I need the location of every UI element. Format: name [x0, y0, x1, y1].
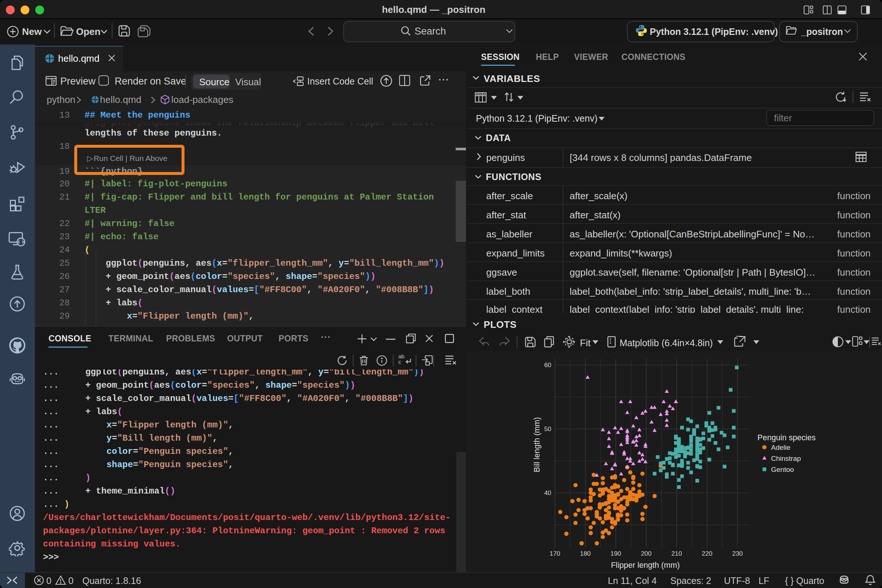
svg-text:190: 190 [610, 550, 621, 557]
svg-text:Adelie: Adelie [771, 444, 790, 451]
svg-text:220: 220 [702, 550, 712, 557]
svg-text:60: 60 [544, 361, 551, 369]
svg-text:Bill length (mm): Bill length (mm) [532, 417, 542, 472]
svg-text:Flipper length (mm): Flipper length (mm) [611, 560, 680, 570]
svg-text:180: 180 [580, 550, 591, 557]
svg-text:200: 200 [641, 550, 652, 557]
svg-text:210: 210 [671, 550, 682, 557]
svg-text:50: 50 [544, 425, 551, 432]
svg-text:Penguin species: Penguin species [758, 433, 816, 442]
svg-text:Gentoo: Gentoo [771, 466, 794, 473]
svg-text:230: 230 [732, 550, 743, 557]
svg-text:170: 170 [549, 550, 560, 557]
svg-text:Chinstrap: Chinstrap [771, 454, 801, 462]
svg-text:40: 40 [544, 489, 551, 496]
